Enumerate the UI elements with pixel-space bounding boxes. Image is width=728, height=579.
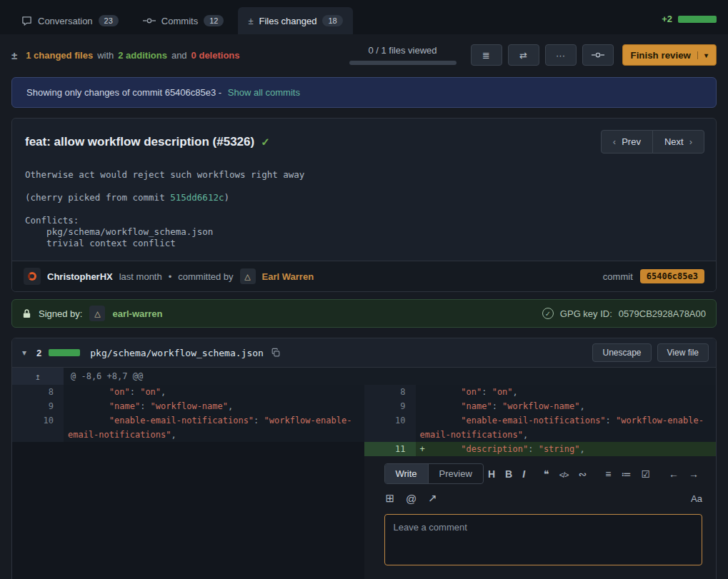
line-number[interactable]: 10	[364, 413, 416, 442]
expand-up-icon: ↥	[35, 371, 41, 382]
pr-tabbar: Conversation 23 Commits 12 ± Files chang…	[0, 0, 728, 34]
diffstat-additions: +2	[662, 14, 672, 24]
finish-review-button[interactable]: Finish review ▾	[622, 44, 717, 66]
commit-filter-banner: Showing only changes of commit 65406c85e…	[11, 77, 717, 108]
commit-sha-badge[interactable]: 65406c85e3	[640, 269, 704, 283]
committer-name[interactable]: Earl Warren	[262, 271, 314, 282]
heading-button[interactable]: H	[484, 467, 499, 481]
table-button[interactable]: ⊞	[384, 490, 397, 506]
file-tree-toggle-button[interactable]: ≣	[471, 44, 502, 66]
code-token: "on"	[492, 387, 513, 397]
author-avatar[interactable]	[24, 268, 41, 285]
comment-form-header: Write Preview HBI❝</>∾≡≔☑←→	[384, 463, 703, 484]
commit-panel: feat: allow workflow description (#5326)…	[11, 118, 717, 292]
tab-conversation[interactable]: Conversation 23	[11, 7, 129, 34]
line-number[interactable]	[12, 442, 64, 456]
dot-separator: •	[169, 271, 172, 282]
code-token: :	[140, 401, 150, 411]
chevron-right-icon: ›	[689, 136, 692, 147]
code-icon: </>	[559, 470, 569, 479]
tab-commits-label: Commits	[161, 16, 198, 26]
commit-message: Otherwise act would reject such workflow…	[12, 158, 716, 261]
undo-button[interactable]: ←	[665, 467, 682, 481]
preview-tab[interactable]: Preview	[428, 464, 483, 483]
commit-label: commit	[603, 271, 633, 282]
more-options-button[interactable]: ···	[545, 44, 577, 66]
md-toolbar-secondary: ⊞@↗Aa	[384, 490, 703, 506]
additions-text: 2 additions	[118, 50, 167, 61]
link-button[interactable]: ∾	[575, 467, 591, 481]
expand-hunk-button[interactable]: ↥	[24, 369, 52, 384]
cherry-pick-close: )	[224, 192, 229, 203]
line-number[interactable]: 10	[12, 413, 64, 442]
commit-select-button[interactable]	[582, 44, 614, 66]
mention-icon: @	[406, 493, 417, 505]
added-line-marker: +	[420, 442, 425, 456]
whitespace-options-button[interactable]: ⇄	[508, 44, 539, 66]
committer-avatar[interactable]: △	[240, 268, 256, 284]
unordered-list-button[interactable]: ≡	[602, 467, 614, 481]
reference-button[interactable]: ↗	[427, 490, 439, 506]
write-tab[interactable]: Write	[385, 464, 428, 483]
mention-button[interactable]: @	[404, 491, 418, 506]
signer-avatar[interactable]: △	[89, 306, 105, 321]
commit-icon	[143, 17, 156, 24]
view-file-button[interactable]: View file	[657, 343, 709, 362]
unescape-button[interactable]: Unescape	[592, 343, 651, 362]
bold-button[interactable]: B	[502, 467, 516, 481]
code-token: "on"	[109, 387, 130, 397]
quote-button[interactable]: ❝	[540, 467, 553, 481]
commit-author-bar: ChristopherHX last month • committed by …	[12, 261, 716, 291]
show-all-commits-link[interactable]: Show all commits	[228, 87, 300, 98]
plain-text-toggle[interactable]: Aa	[691, 493, 702, 504]
commit-message-line: (cherry picked from commit 515dd6612c)	[25, 192, 703, 203]
inline-comment-pane: Write Preview HBI❝</>∾≡≔☑←→ ⊞@↗Aa	[364, 456, 717, 579]
code-button[interactable]: </>	[556, 467, 572, 481]
ordered-list-button[interactable]: ≔	[617, 467, 634, 481]
commit-message-line: Otherwise act would reject such workflow…	[25, 169, 703, 181]
file-name: pkg/schema/workflow_schema.json	[90, 348, 264, 358]
file-actions: Unescape View file	[592, 343, 709, 362]
code-line: + "description": "string",	[416, 442, 717, 456]
copy-filename-button[interactable]	[271, 348, 281, 358]
md-toolbar: HBI❝</>∾≡≔☑←→	[484, 467, 702, 481]
line-number[interactable]: 9	[364, 399, 416, 413]
line-number[interactable]: 11	[364, 442, 416, 456]
diffstat-bar	[678, 16, 717, 23]
code-token: :	[482, 387, 492, 397]
code-token: "name"	[461, 401, 492, 411]
author-name[interactable]: ChristopherHX	[47, 271, 113, 282]
line-number[interactable]: 8	[12, 385, 64, 399]
commit-hash-link[interactable]: 515dd6612c	[170, 192, 224, 203]
signer-link[interactable]: earl-warren	[112, 308, 162, 319]
italic-icon: I	[522, 468, 525, 480]
banner-text: Showing only changes of commit 65406c85e…	[26, 87, 221, 98]
heading-icon: H	[488, 468, 495, 480]
code-token: ,	[161, 387, 166, 397]
comment-textarea[interactable]	[384, 514, 703, 565]
code-token: "workflow-name"	[502, 401, 579, 411]
italic-button[interactable]: I	[519, 467, 529, 481]
redo-button[interactable]: →	[685, 467, 702, 481]
collapse-file-button[interactable]: ▾	[19, 346, 29, 359]
next-commit-button[interactable]: Next ›	[652, 130, 704, 153]
tab-conversation-label: Conversation	[38, 16, 93, 26]
prev-commit-button[interactable]: ‹ Prev	[601, 130, 653, 153]
tab-files-changed[interactable]: ± Files changed 18	[238, 7, 352, 34]
gpg-key-value: 0579CB2928A78A00	[619, 308, 706, 319]
diff-actions: 0 / 1 files viewed ≣ ⇄ ··· Finish review…	[349, 44, 717, 66]
line-number[interactable]: 8	[364, 385, 416, 399]
line-number[interactable]: 9	[12, 399, 64, 413]
gpg-key-label: GPG key ID:	[560, 308, 612, 319]
tab-commits[interactable]: Commits 12	[133, 7, 234, 34]
code-token: "on"	[140, 387, 161, 397]
file-change-count: 2	[36, 348, 41, 358]
code-token: ,	[579, 401, 584, 411]
diff-summary: ± 1 changed files with 2 additions and 0…	[11, 49, 240, 61]
commit-header: feat: allow workflow description (#5326)…	[12, 119, 716, 158]
code-line: "name": "workflow-name",	[64, 399, 364, 413]
with-text: with	[97, 50, 114, 61]
task-list-button[interactable]: ☑	[637, 467, 654, 481]
files-viewed-progress	[349, 61, 457, 65]
pr-files-page: Conversation 23 Commits 12 ± Files chang…	[0, 0, 728, 579]
